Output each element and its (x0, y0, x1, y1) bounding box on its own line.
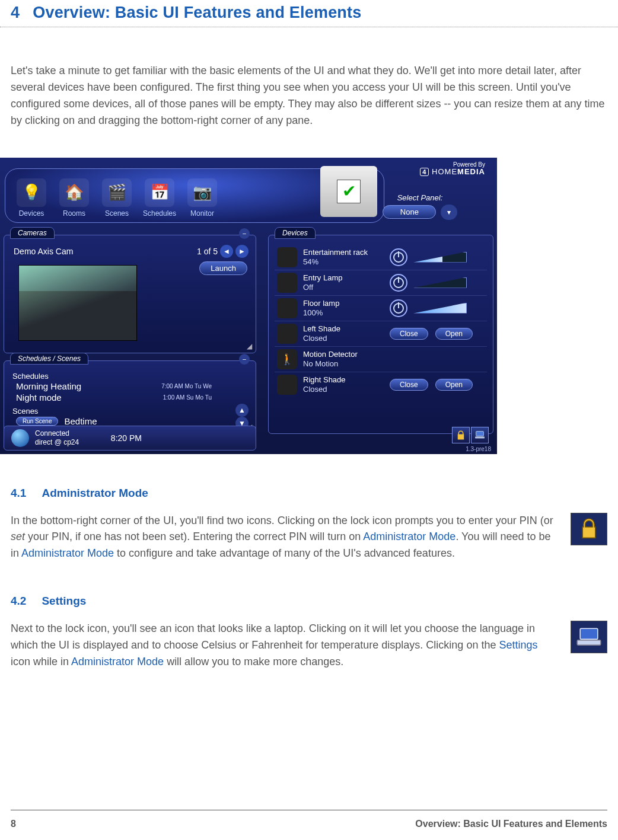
version-label: 1.3-pre18 (466, 446, 491, 452)
calendar-icon: 📅 (145, 178, 174, 207)
resize-grip[interactable]: ◢ (247, 342, 252, 350)
motion-icon: 🚶 (277, 349, 297, 369)
svg-rect-1 (475, 436, 485, 438)
select-panel: Select Panel: None ▾ (367, 193, 473, 220)
camera-next[interactable]: ► (235, 245, 249, 258)
camera-thumbnail[interactable] (18, 265, 137, 341)
devices-tab: Devices (275, 227, 316, 239)
nav-devices[interactable]: 💡Devices (11, 178, 52, 218)
bulb-icon (277, 298, 297, 318)
select-panel-value[interactable]: None (383, 205, 436, 219)
svg-rect-0 (476, 431, 484, 436)
footer-title: Overview: Basic UI Features and Elements (415, 819, 607, 829)
cameras-minimize[interactable]: – (239, 228, 250, 239)
device-row: Floor lamp100% (275, 295, 487, 321)
section-heading: 4Overview: Basic UI Features and Element… (11, 4, 607, 22)
heading-divider (0, 27, 618, 27)
check-icon: ✔ (337, 180, 361, 203)
subsection-4-2-body: Next to the lock icon, you'll see an ico… (11, 621, 607, 670)
scene-row: Run SceneBedtime▲ (12, 416, 247, 427)
scene-scroll-up[interactable]: ▲ (235, 404, 249, 417)
brand-logo: 4 HOMEMEDIA (420, 168, 485, 176)
schedules-scenes-pane: Schedules / Scenes – Schedules Morning H… (4, 360, 256, 434)
devices-pane: Devices Entertainment rack54% Entry Lamp… (268, 235, 493, 434)
shade-close-button[interactable]: Close (390, 328, 428, 340)
power-button[interactable] (390, 274, 407, 292)
cameras-pane: Cameras – Demo Axis Cam 1 of 5 ◄ ► Launc… (4, 235, 256, 353)
laptop-icon (571, 621, 607, 653)
svg-rect-3 (577, 640, 600, 645)
nav-rooms[interactable]: 🏠Rooms (54, 178, 94, 218)
nav-schedules[interactable]: 📅Schedules (139, 178, 180, 218)
power-button[interactable] (390, 248, 407, 266)
subsection-heading-4-1: 4.1Administrator Mode (11, 487, 607, 500)
device-row: Entertainment rack54% (275, 245, 487, 270)
dimmer-slider[interactable] (413, 277, 467, 288)
subsection-heading-4-2: 4.2Settings (11, 595, 607, 608)
camera-counter: 1 of 5 (197, 247, 218, 256)
clapper-icon: 🎬 (102, 178, 132, 207)
camera-launch-button[interactable]: Launch (199, 261, 247, 275)
cameras-tab: Cameras (10, 227, 55, 239)
shade-close-button[interactable]: Close (390, 379, 428, 391)
section-title: Overview: Basic UI Features and Elements (33, 4, 361, 21)
dimmer-slider[interactable] (413, 252, 467, 263)
page-footer: 8 Overview: Basic UI Features and Elemen… (11, 819, 607, 829)
page-number: 8 (11, 819, 16, 829)
select-panel-label: Select Panel: (367, 193, 473, 202)
intro-paragraph: Let's take a minute to get familiar with… (11, 63, 607, 129)
settings-laptop-button[interactable] (471, 427, 489, 443)
run-scene-button[interactable]: Run Scene (16, 417, 58, 426)
schedules-scenes-tab: Schedules / Scenes (10, 353, 88, 365)
device-row: 🚶 Motion DetectorNo Motion (275, 346, 487, 372)
power-button[interactable] (390, 299, 407, 317)
bulb-icon: 💡 (17, 178, 46, 207)
scenes-header: Scenes (12, 407, 247, 416)
camera-icon: 📷 (187, 178, 217, 207)
clock: 8:20 PM (111, 433, 142, 443)
lock-icon (571, 513, 607, 545)
house-icon: 🏠 (59, 178, 89, 207)
blinds-icon (277, 375, 297, 395)
schedule-row[interactable]: Morning Heating7:00 AM Mo Tu We (12, 381, 247, 392)
schedules-header: Schedules (12, 372, 247, 381)
shade-open-button[interactable]: Open (435, 328, 473, 340)
shade-open-button[interactable]: Open (435, 379, 473, 391)
section-number: 4 (11, 4, 20, 21)
ui-screenshot: Powered By 4 HOMEMEDIA 💡Devices 🏠Rooms 🎬… (0, 158, 497, 454)
footer-divider (11, 810, 607, 810)
camera-prev[interactable]: ◄ (220, 245, 233, 258)
camera-name: Demo Axis Cam (14, 247, 73, 256)
globe-icon (11, 429, 29, 447)
admin-lock-button[interactable] (452, 427, 470, 443)
svg-rect-2 (580, 628, 598, 639)
dimmer-slider[interactable] (413, 303, 467, 314)
status-bar: Connecteddirect @ cp24 8:20 PM (4, 426, 256, 451)
nav-scenes[interactable]: 🎬Scenes (97, 178, 137, 218)
devices-list: Entertainment rack54% Entry LampOff Floo… (269, 235, 493, 397)
schedule-row[interactable]: Night mode1:00 AM Su Mo Tu (12, 392, 247, 403)
subsection-4-1-body: In the bottom-right corner of the UI, yo… (11, 513, 607, 563)
bulb-icon (277, 273, 297, 293)
device-row: Entry LampOff (275, 270, 487, 295)
blinds-icon (277, 324, 297, 344)
nav-monitor[interactable]: 📷Monitor (182, 178, 222, 218)
device-row: Right ShadeClosed CloseOpen (275, 372, 487, 397)
corner-icons (452, 427, 489, 443)
select-panel-dropdown[interactable]: ▾ (441, 205, 457, 220)
bulb-icon (277, 247, 297, 267)
device-row: Left ShadeClosed CloseOpen (275, 321, 487, 346)
schedules-minimize[interactable]: – (239, 354, 250, 365)
powered-by: Powered By 4 HOMEMEDIA (420, 161, 485, 176)
